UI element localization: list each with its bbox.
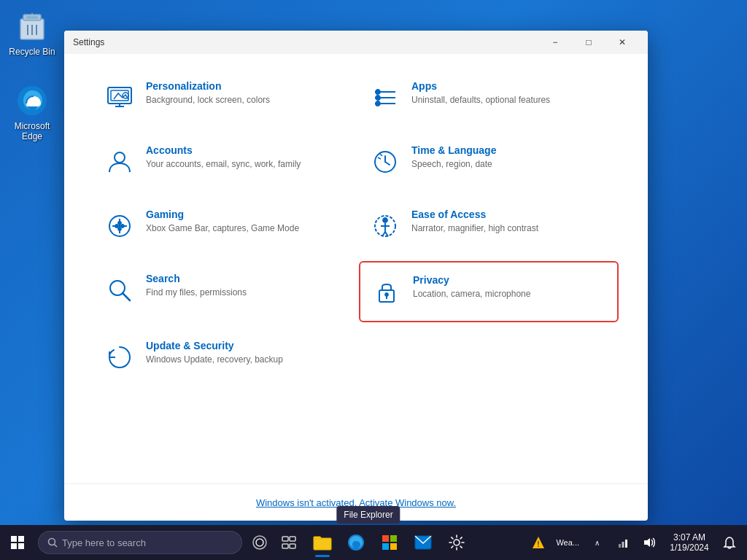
svg-point-17 [376, 96, 380, 100]
taskbar-edge[interactable] [340, 526, 372, 559]
apps-text: Apps Uninstall, defaults, optional featu… [411, 80, 550, 106]
svg-rect-56 [390, 535, 397, 542]
taskbar-settings[interactable] [441, 526, 473, 559]
update-security-title: Update & Security [146, 340, 283, 351]
accounts-text: Accounts Your accounts, email, sync, wor… [146, 144, 301, 171]
window-title: Settings [73, 37, 538, 47]
update-security-icon [102, 340, 137, 375]
weather-label: Wea... [556, 538, 579, 547]
gaming-icon [102, 209, 137, 244]
desktop: Recycle Bin Microsoft Edge Settings − □ … [0, 0, 747, 560]
settings-item-gaming[interactable]: Gaming Xbox Game Bar, captures, Game Mod… [93, 197, 353, 255]
personalization-icon [102, 80, 137, 115]
settings-item-personalization[interactable]: Personalization Background, lock screen,… [93, 69, 353, 127]
accounts-title: Accounts [146, 144, 301, 156]
time-language-desc: Speech, region, date [411, 158, 496, 171]
svg-point-45 [49, 539, 55, 545]
weather-tray-icon[interactable]: Wea... [553, 531, 582, 554]
svg-point-26 [115, 225, 118, 228]
tray-expand-button[interactable]: ∧ [585, 531, 608, 554]
privacy-title: Privacy [413, 274, 530, 286]
settings-item-time-language[interactable]: Time & Language Speech, region, date [359, 133, 619, 191]
personalization-text: Personalization Background, lock screen,… [146, 80, 270, 106]
clock-time: 3:07 AM [673, 532, 705, 542]
svg-rect-52 [290, 544, 295, 548]
gaming-desc: Xbox Game Bar, captures, Game Mode [146, 222, 299, 235]
close-button[interactable]: ✕ [605, 31, 639, 54]
notification-button[interactable] [718, 525, 741, 560]
cortana-button[interactable] [245, 528, 274, 557]
svg-rect-50 [290, 537, 295, 541]
personalization-desc: Background, lock screen, colors [146, 94, 270, 106]
update-security-desc: Windows Update, recovery, backup [146, 354, 283, 366]
taskbar: Type here to search [0, 525, 747, 560]
update-security-text: Update & Security Windows Update, recove… [146, 340, 283, 366]
svg-rect-63 [619, 544, 621, 548]
svg-line-22 [385, 162, 390, 165]
svg-rect-6 [26, 16, 38, 19]
svg-point-27 [121, 225, 124, 228]
svg-point-48 [256, 539, 263, 546]
svg-rect-57 [382, 543, 389, 550]
svg-text:!: ! [538, 540, 540, 548]
apps-desc: Uninstall, defaults, optional features [411, 94, 550, 106]
task-view-button[interactable] [274, 528, 303, 557]
svg-point-18 [376, 101, 380, 106]
svg-line-46 [55, 545, 58, 548]
taskbar-search-box[interactable]: Type here to search [38, 531, 242, 554]
time-language-text: Time & Language Speech, region, date [411, 144, 496, 171]
svg-rect-65 [625, 540, 627, 548]
svg-marker-66 [644, 538, 650, 547]
time-language-icon [368, 144, 403, 179]
minimize-button[interactable]: − [538, 31, 572, 54]
svg-point-16 [376, 90, 380, 94]
taskbar-mail[interactable] [407, 526, 439, 559]
taskbar-file-explorer[interactable] [306, 526, 338, 559]
edge-label: Microsoft Edge [6, 121, 58, 142]
svg-rect-44 [18, 543, 24, 549]
edge-image [15, 83, 50, 118]
accounts-desc: Your accounts, email, sync, work, family [146, 158, 301, 171]
settings-item-ease-of-access[interactable]: Ease of Access Narrator, magnifier, high… [359, 197, 619, 255]
window-controls: − □ ✕ [538, 31, 639, 54]
warning-tray-icon[interactable]: ! [527, 531, 550, 554]
volume-tray-icon[interactable] [638, 531, 661, 554]
privacy-text: Privacy Location, camera, microphone [413, 274, 530, 300]
svg-point-19 [115, 152, 125, 163]
recycle-bin-icon[interactable]: Recycle Bin [3, 6, 61, 60]
ease-of-access-icon [368, 209, 403, 244]
settings-item-accounts[interactable]: Accounts Your accounts, email, sync, wor… [93, 133, 353, 191]
gaming-text: Gaming Xbox Game Bar, captures, Game Mod… [146, 209, 299, 235]
taskbar-store[interactable] [374, 526, 406, 559]
clock-date: 1/19/2024 [670, 542, 708, 553]
gaming-title: Gaming [146, 209, 299, 220]
ease-of-access-text: Ease of Access Narrator, magnifier, high… [411, 209, 538, 235]
svg-rect-64 [622, 542, 624, 548]
svg-rect-53 [314, 538, 331, 550]
svg-line-37 [123, 293, 130, 300]
svg-point-28 [118, 222, 121, 225]
settings-item-update-security[interactable]: Update & Security Windows Update, recove… [93, 328, 356, 386]
search-settings-icon [102, 273, 137, 308]
settings-item-apps[interactable]: Apps Uninstall, defaults, optional featu… [359, 69, 619, 127]
start-button[interactable] [0, 525, 35, 560]
settings-item-privacy[interactable]: Privacy Location, camera, microphone [359, 261, 619, 322]
svg-point-47 [253, 536, 266, 549]
microsoft-edge-icon[interactable]: Microsoft Edge [3, 80, 61, 145]
ease-of-access-title: Ease of Access [411, 209, 538, 220]
svg-rect-55 [382, 535, 389, 542]
file-explorer-tooltip: File Explorer [336, 506, 400, 524]
ease-of-access-desc: Narrator, magnifier, high contrast [411, 222, 538, 235]
privacy-desc: Location, camera, microphone [413, 288, 530, 300]
recycle-bin-label: Recycle Bin [9, 47, 55, 57]
svg-rect-49 [282, 537, 288, 541]
maximize-button[interactable]: □ [572, 31, 605, 54]
svg-rect-42 [18, 536, 24, 542]
search-title: Search [146, 273, 247, 284]
personalization-title: Personalization [146, 80, 270, 92]
window-titlebar: Settings − □ ✕ [64, 31, 648, 54]
taskbar-clock[interactable]: 3:07 AM 1/19/2024 [664, 525, 715, 560]
settings-item-search[interactable]: Search Find my files, permissions [93, 261, 353, 322]
settings-content: Personalization Background, lock screen,… [64, 54, 648, 483]
network-tray-icon[interactable] [611, 531, 635, 554]
